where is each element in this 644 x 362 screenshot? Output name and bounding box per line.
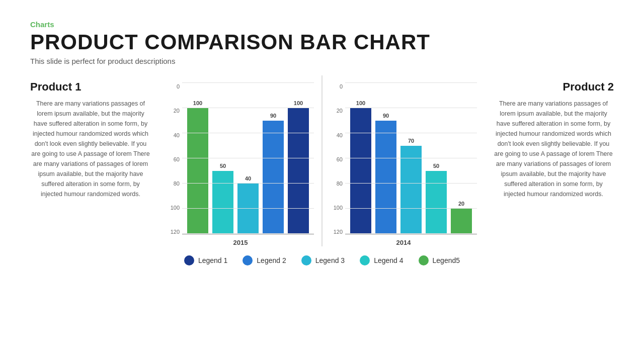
chart2-bars: 10090705020: [345, 84, 477, 235]
chart2-wrapper: 120 100 80 60 40 20 0 10090705020 2014: [330, 84, 477, 246]
grid-line: [182, 158, 314, 158]
product1-title: Product 1: [30, 80, 151, 94]
legend-item: Legend 4: [360, 255, 403, 265]
grid-line: [345, 108, 477, 108]
subtitle: This slide is perfect for product descri…: [30, 57, 614, 65]
header: Charts PRODUCT COMPARISON BAR CHART This…: [30, 20, 614, 65]
chart2-area: 120 100 80 60 40 20 0 10090705020: [330, 84, 477, 235]
legend-dot: [184, 255, 194, 265]
bar-group: 100: [288, 100, 309, 234]
legend-dot: [301, 255, 311, 265]
bar-value-label: 100: [294, 100, 303, 106]
chart1-area: 120 100 80 60 40 20 0 100504090100: [167, 84, 314, 235]
legend-item: Legend 2: [243, 255, 286, 265]
product1-text: Product 1 There are many variations pass…: [30, 75, 151, 199]
bar-value-label: 40: [245, 175, 251, 182]
bar: [350, 108, 371, 234]
grid-line: [182, 208, 314, 209]
bar: [187, 108, 208, 234]
legend-item: Legend 3: [301, 255, 345, 265]
bar-group: 50: [426, 163, 447, 234]
product1-description: There are many variations passages of lo…: [30, 99, 151, 199]
main-title: PRODUCT COMPARISON BAR CHART: [30, 31, 614, 54]
legend-dot: [419, 255, 429, 265]
grid-line: [345, 183, 477, 184]
bar: [375, 121, 396, 234]
chart1-wrapper: 120 100 80 60 40 20 0 100504090100 2015: [167, 84, 314, 246]
grid-line: [182, 108, 314, 108]
bar-value-label: 90: [383, 113, 389, 119]
chart-divider: [321, 75, 323, 246]
grid-line: [182, 183, 314, 184]
slide: Charts PRODUCT COMPARISON BAR CHART This…: [0, 0, 644, 362]
chart2-y-axis: 120 100 80 60 40 20 0: [330, 84, 345, 235]
bar-group: 50: [212, 163, 233, 234]
legend-dot: [243, 255, 253, 265]
bar-value-label: 100: [356, 100, 365, 106]
bar-group: 70: [400, 138, 422, 234]
product2-description: There are many variations passages of lo…: [493, 99, 614, 199]
grid-line: [182, 133, 314, 133]
grid-line: [345, 82, 477, 83]
chart1-bars: 100504090100: [182, 84, 314, 235]
charts-label: Charts: [30, 20, 614, 29]
bar: [263, 121, 284, 234]
legend-label: Legend 3: [315, 256, 345, 264]
legend-label: Legend 4: [374, 256, 403, 264]
charts-row: 120 100 80 60 40 20 0 100504090100 2015: [151, 75, 493, 246]
bar-group: 100: [350, 100, 371, 234]
bar-value-label: 70: [408, 138, 414, 144]
product2-title: Product 2: [493, 80, 614, 94]
content-area: Product 1 There are many variations pass…: [30, 75, 614, 347]
legend-label: Legend 2: [257, 256, 286, 264]
legend-item: Legend5: [419, 255, 460, 265]
bar: [400, 146, 422, 234]
bar-value-label: 50: [433, 163, 439, 169]
bar-group: 40: [237, 175, 259, 234]
legend-row: Legend 1Legend 2Legend 3Legend 4Legend5: [184, 255, 460, 265]
grid-line: [182, 233, 314, 234]
grid-line: [345, 208, 477, 209]
bar: [212, 171, 233, 234]
legend-label: Legend 1: [198, 256, 227, 264]
bar-value-label: 20: [458, 201, 464, 207]
grid-line: [345, 133, 477, 133]
bar: [451, 209, 472, 234]
bar-group: 100: [187, 100, 208, 234]
chart2-label: 2014: [396, 239, 411, 246]
grid-line: [345, 233, 477, 234]
legend-item: Legend 1: [184, 255, 227, 265]
bar-group: 90: [375, 113, 396, 234]
bar-value-label: 50: [220, 163, 226, 169]
charts-container: 120 100 80 60 40 20 0 100504090100 2015: [151, 75, 493, 265]
grid-line: [182, 82, 314, 83]
legend-dot: [360, 255, 370, 265]
bar-value-label: 100: [193, 100, 202, 106]
bar-value-label: 90: [270, 113, 276, 119]
chart1-label: 2015: [233, 239, 248, 246]
bar-group: 20: [451, 201, 472, 234]
bar: [237, 184, 259, 234]
bar: [288, 108, 309, 234]
grid-line: [345, 158, 477, 158]
legend-label: Legend5: [433, 256, 460, 264]
bar-group: 90: [263, 113, 284, 234]
bar: [426, 171, 447, 234]
product2-text: Product 2 There are many variations pass…: [493, 75, 614, 199]
chart1-y-axis: 120 100 80 60 40 20 0: [167, 84, 182, 235]
